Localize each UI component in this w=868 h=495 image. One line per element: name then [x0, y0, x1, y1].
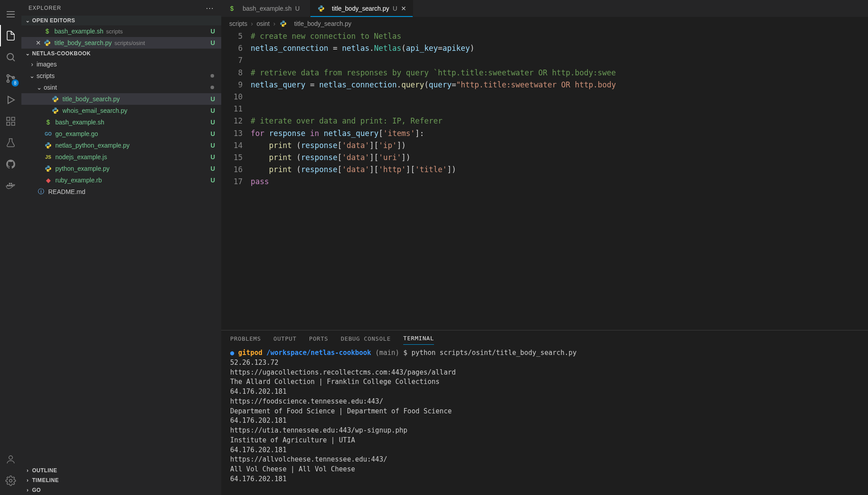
shell-icon: $ — [227, 4, 236, 13]
go-icon: GO — [44, 129, 53, 138]
code-line[interactable] — [251, 91, 868, 103]
section-timeline[interactable]: › TIMELINE — [21, 475, 221, 485]
breadcrumb-item[interactable]: title_body_search.py — [294, 20, 351, 27]
line-number: 11 — [221, 103, 243, 115]
git-status: U — [211, 142, 215, 149]
line-number: 8 — [221, 67, 243, 79]
svg-point-20 — [9, 479, 12, 482]
file-item[interactable]: ⓘREADME.md — [21, 186, 221, 198]
git-status: U — [211, 119, 215, 126]
git-status: U — [211, 130, 215, 137]
file-item[interactable]: ◆ruby_example.rbU — [21, 174, 221, 186]
file-item[interactable]: JSnodejs_example.jsU — [21, 151, 221, 163]
docker-icon[interactable] — [0, 175, 21, 196]
search-icon[interactable] — [0, 46, 21, 68]
panel-tab-ports[interactable]: PORTS — [309, 333, 328, 345]
python-icon — [43, 38, 52, 47]
bottom-panel: PROBLEMSOUTPUTPORTSDEBUG CONSOLETERMINAL… — [221, 330, 868, 495]
code-line[interactable]: # create new connection to Netlas — [251, 30, 868, 42]
panel-tab-output[interactable]: OUTPUT — [273, 333, 297, 345]
file-item[interactable]: title_body_search.pyU — [21, 93, 221, 105]
chevron-right-icon: › — [24, 467, 31, 474]
file-item[interactable]: $bash_example.shU — [21, 116, 221, 128]
file-item[interactable]: whois_email_search.pyU — [21, 105, 221, 116]
file-item[interactable]: netlas_python_example.pyU — [21, 140, 221, 151]
file-item[interactable]: GOgo_example.goU — [21, 128, 221, 140]
item-name: osint — [44, 84, 57, 91]
section-open-editors[interactable]: ⌄ OPEN EDITORS — [21, 16, 221, 25]
open-editor-item[interactable]: ✕$bash_example.shscriptsU — [21, 25, 221, 37]
python-icon — [44, 141, 53, 150]
editor-tab[interactable]: title_body_search.py U✕ — [310, 0, 413, 17]
line-number: 9 — [221, 79, 243, 91]
line-number: 7 — [221, 54, 243, 66]
python-icon — [279, 19, 288, 28]
chevron-right-icon: › — [24, 477, 31, 483]
code-line[interactable] — [251, 54, 868, 66]
git-status: U — [211, 177, 215, 184]
line-number: 13 — [221, 128, 243, 140]
sidebar-more-icon[interactable]: ⋯ — [206, 3, 214, 13]
breadcrumb-item[interactable]: scripts — [229, 20, 247, 27]
code-line[interactable] — [251, 103, 868, 115]
git-status: U — [211, 39, 215, 46]
section-outline[interactable]: › OUTLINE — [21, 466, 221, 475]
ruby-icon: ◆ — [44, 176, 53, 185]
source-control-badge: 8 — [12, 79, 19, 87]
folder-item[interactable]: ›images — [21, 58, 221, 70]
run-debug-icon[interactable] — [0, 89, 21, 111]
item-name: ruby_example.rb — [55, 177, 102, 184]
close-icon[interactable]: ✕ — [401, 5, 406, 12]
chevron-right-icon: › — [273, 20, 276, 27]
tab-status: U — [393, 5, 397, 12]
section-go[interactable]: › GO — [21, 485, 221, 495]
item-name: bash_example.sh — [55, 119, 104, 126]
code-line[interactable]: print (response['data']['http']['title']… — [251, 164, 868, 176]
folder-item[interactable]: ⌄osint — [21, 82, 221, 93]
panel-tab-terminal[interactable]: TERMINAL — [403, 332, 434, 345]
section-project[interactable]: ⌄ NETLAS-COOKBOOK — [21, 49, 221, 58]
sidebar-header: EXPLORER ⋯ — [21, 0, 221, 16]
code-line[interactable]: # iterate over data and print: IP, Refer… — [251, 115, 868, 127]
folder-item[interactable]: ⌄scripts — [21, 70, 221, 82]
terminal-output[interactable]: ● gitpod /workspace/netlas-cookbook (mai… — [221, 346, 868, 495]
explorer-icon[interactable] — [0, 25, 21, 46]
svg-point-19 — [9, 456, 12, 459]
accounts-icon[interactable] — [0, 449, 21, 470]
item-name: nodejs_example.js — [55, 153, 107, 161]
code-lines[interactable]: # create new connection to Netlasnetlas_… — [251, 30, 868, 330]
chevron-down-icon: ⌄ — [29, 72, 36, 79]
file-item[interactable]: python_example.pyU — [21, 163, 221, 174]
open-editor-item[interactable]: ✕title_body_search.pyscripts/osintU — [21, 37, 221, 49]
svg-marker-8 — [8, 96, 14, 103]
code-line[interactable]: # retrieve data from responses by query … — [251, 67, 868, 79]
code-line[interactable]: for response in netlas_query['items']: — [251, 128, 868, 140]
breadcrumb-item[interactable]: osint — [256, 20, 270, 27]
panel-tab-problems[interactable]: PROBLEMS — [230, 333, 261, 345]
source-control-icon[interactable]: 8 — [0, 68, 21, 89]
editor-tab[interactable]: $bash_example.sh U — [221, 0, 310, 17]
code-line[interactable]: pass — [251, 176, 868, 188]
breadcrumbs[interactable]: scripts›osint›title_body_search.py — [221, 17, 868, 30]
close-icon[interactable]: ✕ — [34, 39, 43, 46]
panel-tab-debug-console[interactable]: DEBUG CONSOLE — [341, 333, 391, 345]
javascript-icon: JS — [44, 153, 53, 161]
code-line[interactable]: netlas_query = netlas_connection.query(q… — [251, 79, 868, 91]
file-name: bash_example.sh — [54, 28, 103, 35]
code-line[interactable]: print (response['data']['ip']) — [251, 140, 868, 152]
settings-gear-icon[interactable] — [0, 470, 21, 491]
testing-icon[interactable] — [0, 132, 21, 153]
section-label: GO — [32, 487, 41, 493]
extensions-icon[interactable] — [0, 111, 21, 132]
line-number: 12 — [221, 115, 243, 127]
code-editor[interactable]: 567891011121314151617 # create new conne… — [221, 30, 868, 330]
line-number: 10 — [221, 91, 243, 103]
menu-icon[interactable] — [0, 4, 21, 25]
github-icon[interactable] — [0, 153, 21, 175]
file-tree: ›images⌄scripts⌄osinttitle_body_search.p… — [21, 58, 221, 198]
code-line[interactable]: netlas_connection = netlas.Netlas(api_ke… — [251, 42, 868, 54]
python-icon — [44, 164, 53, 173]
info-icon: ⓘ — [37, 187, 45, 196]
line-gutter: 567891011121314151617 — [221, 30, 251, 330]
code-line[interactable]: print (response['data']['uri']) — [251, 152, 868, 164]
